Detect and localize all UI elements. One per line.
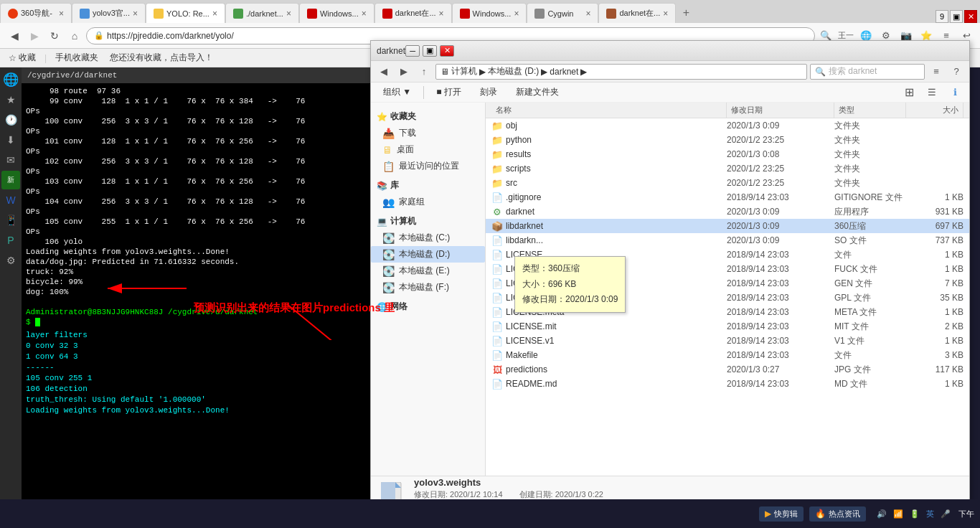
tab-close-yolov3[interactable]: ×: [133, 9, 138, 19]
sidebar-icon-history[interactable]: 🕐: [1, 110, 20, 129]
refresh-button[interactable]: ↻: [46, 27, 63, 44]
table-row[interactable]: 📄 .gitignore 2018/9/14 23:03 GITIGNORE 文…: [486, 190, 969, 204]
fe-help-btn[interactable]: ?: [948, 64, 965, 80]
sidebar-favorites-header[interactable]: ⭐ 收藏夹: [371, 108, 485, 125]
forward-button[interactable]: ▶: [26, 27, 43, 44]
fe-back-btn[interactable]: ◀: [375, 64, 392, 80]
table-row-libdarknet[interactable]: 📦 libdarknet 2020/1/3 0:09 360压缩 697 KB: [486, 219, 969, 233]
table-row[interactable]: 📁 scripts 2020/1/2 23:25 文件夹: [486, 161, 969, 176]
sidebar-icon-app1[interactable]: 📱: [1, 211, 20, 230]
table-row[interactable]: 📁 src 2020/1/2 23:25 文件夹: [486, 176, 969, 190]
tab-close-darknet[interactable]: ×: [286, 9, 291, 19]
tab-close-yolo[interactable]: ×: [212, 9, 217, 19]
fe-titlebar: darknet ─ ▣ ✕: [371, 41, 969, 61]
sidebar-item-e[interactable]: 💽 本地磁盘 (E:): [371, 263, 485, 279]
col-size[interactable]: 大小: [906, 103, 963, 118]
tab-close-win2[interactable]: ×: [514, 9, 519, 19]
fe-close-btn[interactable]: ✕: [440, 45, 454, 57]
table-row-predictions[interactable]: 🖼 predictions 2020/1/3 0:27 JPG 文件 117 K…: [486, 362, 969, 377]
sidebar-icon-word[interactable]: W: [1, 191, 20, 209]
file-size: 7 KB: [906, 278, 963, 288]
sidebar-computer-header[interactable]: 💻 计算机: [371, 213, 485, 230]
tab-360[interactable]: 360导航- ×: [0, 3, 72, 23]
sidebar-library-section: 📚 库 👥 家庭组: [371, 177, 485, 210]
table-row[interactable]: 📄 README.md 2018/9/14 23:03 MD 文件 1 KB: [486, 377, 969, 391]
fe-burn-btn[interactable]: 刻录: [473, 85, 504, 100]
sidebar-icon-mail[interactable]: ✉: [1, 151, 20, 169]
taskbar-icon-4[interactable]: 英: [926, 509, 934, 518]
fe-open-btn[interactable]: ■ 打开: [430, 85, 468, 100]
fe-address-path[interactable]: 🖥 计算机 ▶ 本地磁盘 (D:) ▶ darknet ▶: [435, 64, 807, 80]
sidebar-icon-news[interactable]: 新: [1, 171, 20, 189]
taskbar-icon-3[interactable]: 🔋: [910, 509, 920, 518]
sidebar-item-c[interactable]: 💽 本地磁盘 (C:): [371, 230, 485, 246]
fe-details-toggle[interactable]: ☰: [923, 85, 941, 100]
window-minimize[interactable]: 9: [936, 10, 948, 23]
window-restore[interactable]: ▣: [950, 10, 963, 23]
table-row[interactable]: 📁 results 2020/1/3 0:08 文件夹: [486, 147, 969, 161]
table-row[interactable]: ⚙ darknet 2020/1/3 0:09 应用程序 931 KB: [486, 204, 969, 219]
sidebar-item-f[interactable]: 💽 本地磁盘 (F:): [371, 279, 485, 296]
sidebar-item-recent[interactable]: 📋 最近访问的位置: [371, 158, 485, 174]
tab-win1[interactable]: Windows... ×: [299, 3, 374, 23]
tab-yolov3[interactable]: yolov3官... ×: [72, 3, 146, 23]
tooltip-size-label: 大小：: [522, 279, 548, 289]
sidebar-item-d[interactable]: 💽 本地磁盘 (D:): [371, 246, 485, 263]
fe-organize-btn[interactable]: 组织 ▼: [377, 85, 418, 100]
sidebar-item-download[interactable]: 📥 下载: [371, 125, 485, 141]
table-row[interactable]: 📄 libdarkn... 2020/1/3 0:09 SO 文件 737 KB: [486, 233, 969, 248]
table-row[interactable]: 📄 LICENSE.mit 2018/9/14 23:03 MIT 文件 2 K…: [486, 319, 969, 334]
new-tab-button[interactable]: +: [676, 3, 696, 23]
tab-darknet[interactable]: ./darknet... ×: [225, 3, 299, 23]
fe-up-btn[interactable]: ↑: [415, 64, 433, 80]
taskbar-quickjian[interactable]: ▶ 快剪辑: [759, 506, 804, 522]
home-button[interactable]: ⌂: [66, 27, 83, 44]
fe-forward-btn[interactable]: ▶: [395, 64, 413, 80]
sidebar-icon-app2[interactable]: P: [1, 231, 20, 250]
tab-close-360[interactable]: ×: [59, 9, 64, 19]
fe-newfolder-btn[interactable]: 新建文件夹: [509, 85, 565, 100]
col-date[interactable]: 修改日期: [727, 103, 834, 118]
tab-close-darknet3[interactable]: ×: [663, 9, 668, 19]
fe-minimize-btn[interactable]: ─: [405, 45, 420, 57]
fe-restore-btn[interactable]: ▣: [423, 45, 437, 57]
sidebar-library-header[interactable]: 📚 库: [371, 177, 485, 194]
taskbar-hotspot-label: 热点资讯: [829, 509, 860, 519]
table-row[interactable]: 📁 python 2020/1/2 23:25 文件夹: [486, 133, 969, 147]
taskbar-hotspot[interactable]: 🔥 热点资讯: [809, 506, 866, 522]
tab-yolo-active[interactable]: YOLO: Re... ×: [146, 3, 225, 23]
sidebar-icon-download[interactable]: ⬇: [1, 131, 20, 149]
table-row[interactable]: 📁 obj 2020/1/3 0:09 文件夹: [486, 118, 969, 133]
tab-win2[interactable]: Windows... ×: [452, 3, 527, 23]
fe-search-box[interactable]: 🔍 搜索 darknet: [810, 64, 925, 80]
taskbar-icon-5[interactable]: 🎤: [941, 509, 951, 518]
sidebar-item-desktop[interactable]: 🖥 桌面: [371, 141, 485, 158]
col-type[interactable]: 类型: [834, 103, 906, 118]
tab-close-win1[interactable]: ×: [362, 9, 367, 19]
taskbar-icon-1[interactable]: 🔊: [877, 509, 887, 518]
sidebar-icon-settings[interactable]: ⚙: [1, 251, 20, 270]
fe-view-toggle[interactable]: ⊞: [900, 85, 918, 100]
sidebar-icon-star[interactable]: ★: [1, 90, 20, 109]
term-cursor[interactable]: $: [26, 317, 383, 327]
sidebar-item-homegroup[interactable]: 👥 家庭组: [371, 194, 485, 210]
fe-info-btn[interactable]: ℹ: [946, 85, 963, 100]
tab-close-darknet2[interactable]: ×: [439, 9, 444, 19]
fe-view-btn[interactable]: ≡: [928, 64, 945, 80]
bookmark-mobile[interactable]: 手机收藏夹: [52, 50, 101, 65]
tab-cygwin[interactable]: Cygwin ×: [527, 3, 598, 23]
tab-darknet2[interactable]: darknet在... ×: [374, 3, 452, 23]
table-row[interactable]: 📄 LICENSE.v1 2018/9/14 23:03 V1 文件 1 KB: [486, 334, 969, 348]
table-row[interactable]: 📄 Makefile 2018/9/14 23:03 文件 3 KB: [486, 348, 969, 362]
sidebar-network-header[interactable]: 🌐 网络: [371, 298, 485, 315]
window-close[interactable]: ✕: [964, 10, 977, 23]
tab-darknet3[interactable]: darknet在... ×: [598, 3, 676, 23]
bookmark-import[interactable]: 您还没有收藏，点击导入！: [107, 50, 216, 65]
bookmark-star[interactable]: ☆ 收藏: [6, 50, 39, 65]
taskbar-icon-2[interactable]: 📶: [893, 509, 903, 518]
back-button[interactable]: ◀: [6, 27, 23, 44]
col-name[interactable]: 名称: [491, 103, 727, 118]
tooltip-date-value: 2020/1/3 0:09: [565, 294, 618, 304]
sidebar-icon-browser[interactable]: 🌐: [1, 70, 20, 89]
tab-close-cygwin[interactable]: ×: [585, 9, 590, 19]
